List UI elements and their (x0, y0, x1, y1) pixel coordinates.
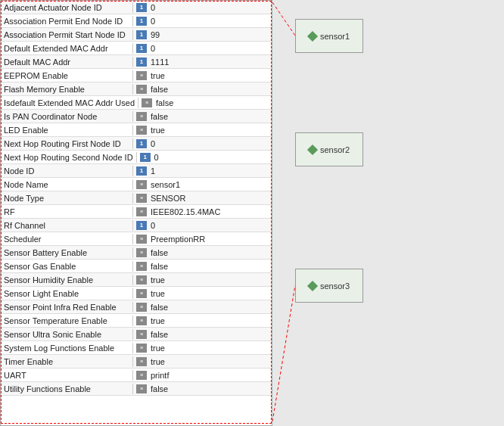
property-value: ≡false (133, 329, 272, 340)
table-row: Rf Channel10 (1, 219, 272, 232)
property-value: 10 (133, 43, 272, 54)
property-value: 199 (133, 30, 272, 40)
num-type-icon: 1 (136, 221, 147, 230)
property-name: Next Hop Routing Second Node ID (1, 152, 137, 163)
property-name: Flash Memory Enable (1, 84, 133, 95)
num-type-icon: 1 (136, 44, 147, 53)
table-row: Node Name≡sensor1 (1, 178, 272, 191)
property-name: EEPROM Enable (1, 70, 133, 81)
property-name: Association Permit End Node ID (1, 16, 133, 26)
property-value: ≡IEEE802.15.4MAC (133, 207, 272, 217)
property-name: Sensor Point Infra Red Enable (1, 302, 133, 313)
property-name: LED Enable (1, 125, 133, 135)
property-value: ≡false (138, 98, 272, 108)
table-row: Sensor Humidity Enable≡true (1, 273, 272, 287)
property-value: ≡PreemptionRR (133, 234, 272, 244)
table-row: Sensor Temperature Enable≡true (1, 314, 272, 328)
table-row: Is PAN Coordinator Node≡false (1, 110, 272, 123)
property-name: Sensor Temperature Enable (1, 316, 133, 326)
property-value: ≡false (133, 84, 272, 95)
property-name: Utility Functions Enable (1, 384, 133, 394)
value-text: true (151, 316, 165, 325)
value-text: false (151, 248, 168, 257)
value-text: sensor1 (151, 180, 180, 189)
str-type-icon: ≡ (136, 330, 147, 339)
property-name: Is PAN Coordinator Node (1, 111, 133, 122)
property-value: ≡true (133, 343, 272, 353)
num-type-icon: 1 (136, 17, 147, 26)
value-text: false (151, 303, 168, 312)
num-type-icon: 1 (136, 139, 147, 148)
property-name: UART (1, 370, 133, 381)
sensor-label: sensor1 (320, 32, 350, 41)
properties-panel[interactable]: Adjacent Actuator Node ID10Association P… (0, 0, 272, 426)
diamond-icon (307, 280, 318, 291)
table-row: Sensor Battery Enable≡false (1, 246, 272, 260)
str-type-icon: ≡ (136, 344, 147, 353)
table-row: Node Type≡SENSOR (1, 191, 272, 205)
property-value: ≡true (133, 288, 272, 299)
value-text: true (151, 289, 165, 298)
property-name: Sensor Ultra Sonic Enable (1, 329, 133, 340)
str-type-icon: ≡ (136, 194, 147, 203)
table-row: Default MAC Addr11111 (1, 55, 272, 69)
num-type-icon: 1 (136, 3, 147, 12)
str-type-icon: ≡ (136, 262, 147, 271)
str-type-icon: ≡ (136, 371, 147, 380)
str-type-icon: ≡ (136, 235, 147, 244)
str-type-icon: ≡ (136, 316, 147, 325)
value-text: false (151, 330, 168, 339)
table-row: Sensor Gas Enable≡false (1, 260, 272, 273)
sensor-node-sensor1[interactable]: sensor1 (295, 19, 363, 53)
table-row: Node ID11 (1, 164, 272, 178)
diamond-icon (307, 30, 318, 41)
property-value: ≡sensor1 (133, 179, 272, 190)
table-row: Next Hop Routing Second Node ID10 (1, 151, 272, 164)
sensor-node-sensor2[interactable]: sensor2 (295, 132, 363, 166)
value-text: 99 (151, 30, 160, 39)
table-row: RF≡IEEE802.15.4MAC (1, 205, 272, 219)
str-type-icon: ≡ (136, 275, 147, 285)
property-value: 10 (133, 2, 272, 13)
str-type-icon: ≡ (136, 248, 147, 257)
str-type-icon: ≡ (136, 85, 147, 94)
value-text: false (151, 112, 168, 121)
property-value: 10 (137, 152, 272, 163)
property-name: Rf Channel (1, 220, 133, 231)
value-text: 1111 (151, 58, 169, 67)
num-type-icon: 1 (136, 30, 147, 39)
property-name: Sensor Gas Enable (1, 261, 133, 272)
property-value: 10 (133, 138, 272, 149)
table-row: Sensor Point Infra Red Enable≡false (1, 300, 272, 314)
str-type-icon: ≡ (136, 71, 147, 80)
table-row: LED Enable≡true (1, 123, 272, 137)
property-name: Adjacent Actuator Node ID (1, 2, 133, 13)
property-name: Next Hop Routing First Node ID (1, 138, 133, 149)
value-text: false (151, 262, 168, 271)
table-row: Scheduler≡PreemptionRR (1, 232, 272, 246)
table-row: Timer Enable≡true (1, 355, 272, 368)
property-name: Node Type (1, 193, 133, 204)
value-text: IEEE802.15.4MAC (151, 207, 220, 216)
property-name: Association Permit Start Node ID (1, 30, 133, 40)
property-value: ≡false (133, 302, 272, 313)
sensor-node-sensor3[interactable]: sensor3 (295, 269, 363, 303)
num-type-icon: 1 (136, 166, 147, 176)
property-value: ≡true (133, 275, 272, 285)
property-name: Timer Enable (1, 356, 133, 367)
diagram-area: sensor1sensor2sensor3 (272, 0, 504, 426)
value-text: true (151, 344, 165, 353)
property-value: ≡true (133, 316, 272, 326)
str-type-icon: ≡ (136, 126, 147, 135)
str-type-icon: ≡ (136, 112, 147, 121)
property-value: ≡false (133, 261, 272, 272)
table-row: Sensor Light Enable≡true (1, 287, 272, 300)
property-value: ≡false (133, 384, 272, 394)
property-value: ≡SENSOR (133, 193, 272, 204)
value-text: false (151, 85, 168, 94)
table-row: Flash Memory Enable≡false (1, 82, 272, 96)
property-value: ≡true (133, 125, 272, 135)
table-row: Next Hop Routing First Node ID10 (1, 137, 272, 151)
property-value: ≡printf (133, 370, 272, 381)
value-text: 0 (151, 17, 155, 26)
